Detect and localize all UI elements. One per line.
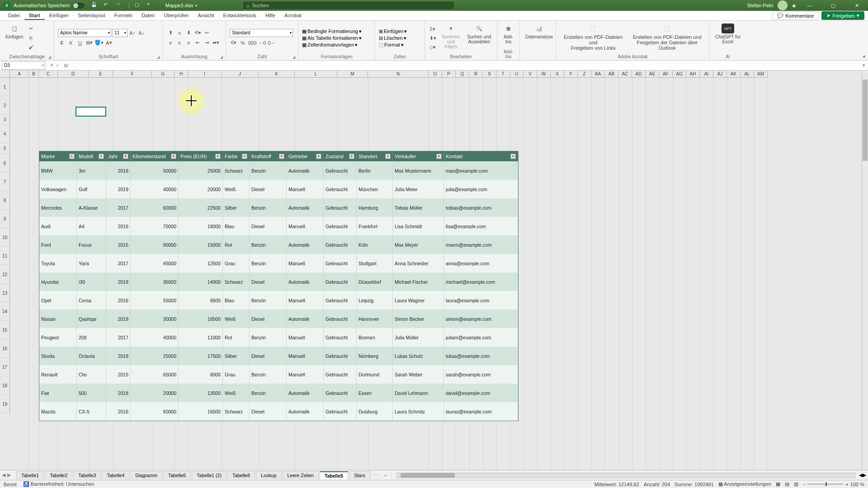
table-cell[interactable]: 17500 (179, 347, 223, 365)
table-cell[interactable]: Grau (223, 365, 250, 384)
delete-cells-button[interactable]: ⊟ Löschen ▾ (379, 35, 421, 41)
table-cell[interactable]: Schwarz (223, 272, 250, 291)
table-cell[interactable]: 22500 (179, 198, 223, 217)
column-header[interactable]: D (58, 70, 89, 78)
autosave-toggle[interactable]: Automatisches Speichern (14, 3, 85, 9)
table-row[interactable]: RenaultClio2015650008000GrauBenzinManuel… (39, 365, 518, 384)
wrap-text-icon[interactable]: ↩ (203, 29, 211, 37)
copy-icon[interactable]: ⎘ (27, 34, 35, 42)
comma-icon[interactable]: 000 (248, 39, 257, 47)
table-cell[interactable]: Diesel (250, 402, 287, 421)
filter-icon[interactable]: ▾ (279, 154, 284, 159)
table-cell[interactable]: 3er (77, 161, 106, 180)
menu-formeln[interactable]: Formeln (110, 12, 137, 20)
table-cell[interactable]: Automatik (287, 198, 324, 217)
clear-icon[interactable]: ◇▾ (429, 43, 437, 51)
table-header[interactable]: Kraftstoff▾ (250, 151, 287, 161)
table-cell[interactable]: Automatik (287, 161, 324, 180)
menu-einfügen[interactable]: Einfügen (45, 12, 73, 20)
table-cell[interactable]: lukas@example.com (444, 347, 518, 365)
column-header[interactable]: R (469, 70, 483, 78)
more-sheets-icon[interactable]: ⋯ (374, 472, 379, 478)
table-cell[interactable]: julia@example.com (444, 180, 518, 198)
cancel-formula-icon[interactable]: ✕ (50, 62, 54, 68)
table-cell[interactable]: Yaris (77, 254, 106, 272)
table-cell[interactable]: Benzin (250, 198, 287, 217)
expand-formula-icon[interactable]: ▾ (863, 62, 865, 68)
table-cell[interactable]: 2017 (106, 198, 131, 217)
table-cell[interactable]: 35000 (131, 272, 179, 291)
row-header[interactable]: 8 (0, 191, 10, 210)
table-cell[interactable]: Gebraucht (324, 291, 357, 310)
column-header[interactable]: U (510, 70, 524, 78)
sheet-tab[interactable]: Leere Zeilen (283, 471, 319, 479)
table-cell[interactable]: 15000 (179, 235, 223, 254)
table-cell[interactable]: München (357, 180, 393, 198)
table-row[interactable]: MercedesA-Klasse20176000022500SilberBenz… (39, 198, 518, 217)
table-row[interactable]: MazdaCX-520166000016500SchwarzDieselAuto… (39, 402, 518, 421)
row-header[interactable]: 11 (0, 247, 10, 265)
table-cell[interactable]: Weiß (223, 310, 250, 328)
table-cell[interactable]: Hyundai (39, 272, 77, 291)
save-icon[interactable]: 💾 (91, 2, 98, 9)
table-cell[interactable]: juliam@example.com (444, 328, 518, 347)
table-cell[interactable]: 2016 (106, 402, 131, 421)
table-cell[interactable]: Bremen (357, 328, 393, 347)
font-color-icon[interactable]: A▾ (105, 39, 113, 47)
filter-icon[interactable]: ▾ (69, 154, 75, 159)
row-header[interactable]: 10 (0, 228, 10, 247)
table-cell[interactable]: laura@example.com (444, 291, 518, 310)
formula-input[interactable] (70, 61, 860, 70)
format-cells-button[interactable]: ⬚ Format ▾ (379, 42, 421, 48)
table-cell[interactable]: Diesel (250, 347, 287, 365)
table-cell[interactable]: lauras@example.com (444, 402, 518, 421)
table-cell[interactable]: 30000 (131, 310, 179, 328)
underline-button[interactable]: U (76, 39, 84, 47)
table-cell[interactable]: Automatik (287, 384, 324, 402)
align-left-icon[interactable]: ≡ (166, 39, 175, 47)
display-settings-button[interactable]: ▦ Anzeigeeinstellungen (718, 481, 771, 487)
column-header[interactable]: W (537, 70, 551, 78)
table-cell[interactable]: Corsa (77, 291, 106, 310)
table-cell[interactable]: Gebraucht (324, 272, 357, 291)
table-cell[interactable]: 2018 (106, 384, 131, 402)
table-cell[interactable]: Diesel (250, 272, 287, 291)
table-cell[interactable]: Manuell (287, 291, 324, 310)
bold-button[interactable]: F (58, 39, 66, 47)
sheet-tab[interactable]: Tabelle4 (102, 471, 129, 479)
column-header[interactable]: B (29, 70, 39, 78)
filter-icon[interactable]: ▾ (215, 154, 221, 159)
column-header[interactable]: C (39, 70, 58, 78)
table-cell[interactable]: Diesel (250, 310, 287, 328)
table-cell[interactable]: Skoda (39, 347, 77, 365)
document-name[interactable]: Mappe3.xlsx▾ (165, 3, 197, 8)
table-cell[interactable]: Mercedes (39, 198, 77, 217)
table-cell[interactable]: 2018 (106, 272, 131, 291)
table-cell[interactable]: Anna Schneider (393, 254, 444, 272)
column-header[interactable]: S (483, 70, 496, 78)
menu-entwicklertools[interactable]: Entwicklertools (219, 12, 261, 20)
table-row[interactable]: OpelCorsa2016550009500BlauBenzinManuellG… (39, 291, 518, 310)
page-break-view-icon[interactable]: ▥ (794, 481, 798, 487)
table-cell[interactable]: Manuell (287, 254, 324, 272)
table-cell[interactable]: i30 (77, 272, 106, 291)
table-cell[interactable]: Max Meyer (393, 235, 444, 254)
table-cell[interactable]: CX-5 (77, 402, 106, 421)
indent-left-icon[interactable]: ⇤ (193, 39, 202, 47)
addins-button[interactable]: ⊞Add-Ins (501, 23, 516, 48)
table-cell[interactable]: 65000 (131, 365, 179, 384)
table-cell[interactable]: Schwarz (223, 161, 250, 180)
table-cell[interactable]: 50000 (131, 161, 179, 180)
table-row[interactable]: Fiat50020182000013500WeißBenzinAutomatik… (39, 384, 518, 402)
table-cell[interactable]: Tobias Müller (393, 198, 444, 217)
table-cell[interactable]: Dortmund (357, 365, 393, 384)
vertical-scrollbar[interactable] (862, 70, 868, 470)
sheet-tab[interactable]: Tabelle2 (45, 471, 72, 479)
table-cell[interactable]: Octavia (77, 347, 106, 365)
table-cell[interactable]: Mazda (39, 402, 77, 421)
table-cell[interactable]: 500 (77, 384, 106, 402)
table-cell[interactable]: Hannover (357, 310, 393, 328)
scroll-left-icon[interactable]: ◀ (859, 472, 863, 478)
indent-right-icon[interactable]: ⇥ (203, 39, 211, 47)
sheet-nav-prev-icon[interactable]: ◀ (2, 472, 5, 478)
